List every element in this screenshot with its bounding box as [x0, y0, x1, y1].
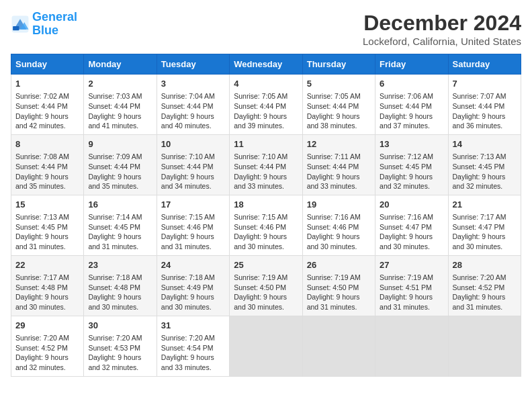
calendar-table: SundayMondayTuesdayWednesdayThursdayFrid… [11, 54, 521, 377]
day-info: Sunrise: 7:18 AMSunset: 4:48 PMDaylight:… [88, 273, 152, 312]
calendar-cell: 5Sunrise: 7:05 AMSunset: 4:44 PMDaylight… [302, 75, 375, 135]
day-info: Sunrise: 7:02 AMSunset: 4:44 PMDaylight:… [15, 91, 79, 131]
calendar-cell: 29Sunrise: 7:20 AMSunset: 4:52 PMDayligh… [11, 316, 84, 376]
day-info: Sunrise: 7:16 AMSunset: 4:46 PMDaylight:… [307, 212, 371, 252]
calendar-cell [375, 316, 448, 376]
calendar-cell: 16Sunrise: 7:14 AMSunset: 4:45 PMDayligh… [84, 195, 157, 255]
day-info: Sunrise: 7:19 AMSunset: 4:50 PMDaylight:… [307, 273, 371, 312]
calendar-cell: 1Sunrise: 7:02 AMSunset: 4:44 PMDaylight… [11, 75, 84, 135]
day-info: Sunrise: 7:04 AMSunset: 4:44 PMDaylight:… [161, 91, 225, 131]
header-sunday: Sunday [11, 54, 84, 75]
day-info: Sunrise: 7:14 AMSunset: 4:45 PMDaylight:… [88, 212, 152, 252]
header-thursday: Thursday [302, 54, 375, 75]
header-monday: Monday [84, 54, 157, 75]
day-info: Sunrise: 7:16 AMSunset: 4:47 PMDaylight:… [380, 212, 443, 252]
day-info: Sunrise: 7:13 AMSunset: 4:45 PMDaylight:… [453, 152, 517, 191]
calendar-cell: 24Sunrise: 7:18 AMSunset: 4:49 PMDayligh… [157, 255, 229, 316]
calendar-cell: 10Sunrise: 7:10 AMSunset: 4:44 PMDayligh… [157, 134, 229, 195]
day-info: Sunrise: 7:13 AMSunset: 4:45 PMDaylight:… [15, 212, 79, 252]
day-number: 23 [88, 259, 152, 271]
day-number: 31 [161, 320, 225, 332]
day-info: Sunrise: 7:17 AMSunset: 4:47 PMDaylight:… [453, 212, 517, 252]
calendar-week-row: 22Sunrise: 7:17 AMSunset: 4:48 PMDayligh… [11, 255, 521, 316]
day-number: 9 [88, 138, 152, 150]
day-number: 3 [161, 78, 225, 90]
day-number: 20 [380, 199, 443, 211]
day-info: Sunrise: 7:19 AMSunset: 4:51 PMDaylight:… [380, 273, 443, 312]
logo-text-line1: General [32, 11, 77, 24]
calendar-cell: 18Sunrise: 7:15 AMSunset: 4:46 PMDayligh… [230, 195, 302, 255]
day-info: Sunrise: 7:06 AMSunset: 4:44 PMDaylight:… [380, 91, 443, 131]
day-number: 19 [307, 199, 371, 211]
day-info: Sunrise: 7:20 AMSunset: 4:54 PMDaylight:… [161, 333, 225, 373]
day-info: Sunrise: 7:07 AMSunset: 4:44 PMDaylight:… [453, 91, 517, 131]
calendar-cell: 26Sunrise: 7:19 AMSunset: 4:50 PMDayligh… [302, 255, 375, 316]
day-number: 29 [15, 320, 79, 332]
page-title: December 2024 [363, 11, 521, 36]
day-number: 28 [453, 259, 517, 271]
calendar-week-row: 1Sunrise: 7:02 AMSunset: 4:44 PMDaylight… [11, 75, 521, 135]
day-number: 13 [380, 138, 443, 150]
day-number: 1 [15, 78, 79, 90]
day-info: Sunrise: 7:09 AMSunset: 4:44 PMDaylight:… [88, 152, 152, 191]
day-info: Sunrise: 7:08 AMSunset: 4:44 PMDaylight:… [15, 152, 79, 191]
day-number: 25 [234, 259, 298, 271]
day-number: 18 [234, 199, 298, 211]
calendar-cell [302, 316, 375, 376]
day-number: 12 [307, 138, 371, 150]
svg-rect-3 [13, 26, 19, 30]
logo: General Blue [11, 11, 77, 38]
logo-text-line2: Blue [32, 24, 77, 38]
day-number: 16 [88, 199, 152, 211]
day-number: 4 [234, 78, 298, 90]
day-number: 14 [453, 138, 517, 150]
calendar-cell: 9Sunrise: 7:09 AMSunset: 4:44 PMDaylight… [84, 134, 157, 195]
day-number: 26 [307, 259, 371, 271]
header-friday: Friday [375, 54, 448, 75]
calendar-cell: 3Sunrise: 7:04 AMSunset: 4:44 PMDaylight… [157, 75, 229, 135]
calendar-cell: 14Sunrise: 7:13 AMSunset: 4:45 PMDayligh… [448, 134, 521, 195]
logo-icon [11, 15, 30, 34]
day-info: Sunrise: 7:15 AMSunset: 4:46 PMDaylight:… [234, 212, 298, 252]
calendar-cell: 12Sunrise: 7:11 AMSunset: 4:44 PMDayligh… [302, 134, 375, 195]
header-wednesday: Wednesday [230, 54, 302, 75]
calendar-cell [230, 316, 302, 376]
calendar-cell: 25Sunrise: 7:19 AMSunset: 4:50 PMDayligh… [230, 255, 302, 316]
day-number: 21 [453, 199, 517, 211]
calendar-cell: 23Sunrise: 7:18 AMSunset: 4:48 PMDayligh… [84, 255, 157, 316]
calendar-cell: 21Sunrise: 7:17 AMSunset: 4:47 PMDayligh… [448, 195, 521, 255]
day-number: 7 [453, 78, 517, 90]
calendar-cell: 28Sunrise: 7:20 AMSunset: 4:52 PMDayligh… [448, 255, 521, 316]
calendar-cell: 11Sunrise: 7:10 AMSunset: 4:44 PMDayligh… [230, 134, 302, 195]
calendar-cell [448, 316, 521, 376]
day-number: 22 [15, 259, 79, 271]
day-number: 10 [161, 138, 225, 150]
day-info: Sunrise: 7:10 AMSunset: 4:44 PMDaylight:… [161, 152, 225, 191]
calendar-cell: 31Sunrise: 7:20 AMSunset: 4:54 PMDayligh… [157, 316, 229, 376]
calendar-week-row: 8Sunrise: 7:08 AMSunset: 4:44 PMDaylight… [11, 134, 521, 195]
day-number: 30 [88, 320, 152, 332]
day-info: Sunrise: 7:17 AMSunset: 4:48 PMDaylight:… [15, 273, 79, 312]
day-number: 2 [88, 78, 152, 90]
calendar-cell: 30Sunrise: 7:20 AMSunset: 4:53 PMDayligh… [84, 316, 157, 376]
title-section: December 2024 Lockeford, California, Uni… [363, 11, 521, 47]
header: General Blue December 2024 Lockeford, Ca… [11, 11, 521, 47]
calendar-week-row: 29Sunrise: 7:20 AMSunset: 4:52 PMDayligh… [11, 316, 521, 376]
day-info: Sunrise: 7:05 AMSunset: 4:44 PMDaylight:… [307, 91, 371, 131]
header-tuesday: Tuesday [157, 54, 229, 75]
day-number: 8 [15, 138, 79, 150]
day-info: Sunrise: 7:11 AMSunset: 4:44 PMDaylight:… [307, 152, 371, 191]
day-info: Sunrise: 7:20 AMSunset: 4:52 PMDaylight:… [15, 333, 79, 373]
day-number: 6 [380, 78, 443, 90]
day-number: 17 [161, 199, 225, 211]
calendar-cell: 22Sunrise: 7:17 AMSunset: 4:48 PMDayligh… [11, 255, 84, 316]
calendar-cell: 17Sunrise: 7:15 AMSunset: 4:46 PMDayligh… [157, 195, 229, 255]
day-info: Sunrise: 7:10 AMSunset: 4:44 PMDaylight:… [234, 152, 298, 191]
calendar-week-row: 15Sunrise: 7:13 AMSunset: 4:45 PMDayligh… [11, 195, 521, 255]
day-number: 11 [234, 138, 298, 150]
day-info: Sunrise: 7:20 AMSunset: 4:52 PMDaylight:… [453, 273, 517, 312]
calendar-header-row: SundayMondayTuesdayWednesdayThursdayFrid… [11, 54, 521, 75]
day-info: Sunrise: 7:03 AMSunset: 4:44 PMDaylight:… [88, 91, 152, 131]
calendar-cell: 7Sunrise: 7:07 AMSunset: 4:44 PMDaylight… [448, 75, 521, 135]
day-info: Sunrise: 7:12 AMSunset: 4:45 PMDaylight:… [380, 152, 443, 191]
